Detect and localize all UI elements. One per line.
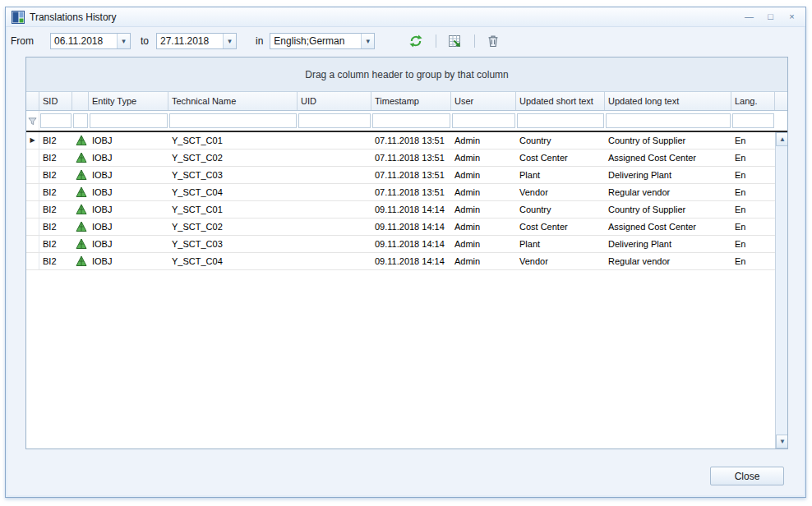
column-header-user[interactable]: User [451,92,516,110]
export-excel-button[interactable] [446,33,463,49]
cell-entity-type[interactable]: IOBJ [89,132,168,149]
cell-lang[interactable]: En [731,184,775,200]
cell-entity-type[interactable]: IOBJ [89,150,168,166]
titlebar[interactable]: Translations History — □ × [6,7,805,27]
vertical-scrollbar[interactable]: ▲ ▼ [775,132,787,448]
cell-timestamp[interactable]: 07.11.2018 13:51 [371,132,451,149]
filter-input-entity-icon[interactable] [73,113,88,128]
cell-updated-long-text[interactable]: Assigned Cost Center [605,218,731,235]
cell-entity-icon[interactable] [72,201,89,218]
cell-entity-icon[interactable] [72,167,89,183]
column-header-sid[interactable]: SID [39,92,72,110]
maximize-button[interactable]: □ [763,11,778,24]
cell-sid[interactable]: BI2 [39,201,72,218]
cell-sid[interactable]: BI2 [39,218,72,235]
cell-entity-type[interactable]: IOBJ [89,218,168,235]
cell-user[interactable]: Admin [451,201,516,218]
filter-input-updated-short-text[interactable] [517,113,604,128]
scroll-down-button[interactable]: ▼ [776,435,788,448]
column-header-entity-icon[interactable] [72,92,89,110]
cell-sid[interactable]: BI2 [39,184,72,200]
cell-sid[interactable]: BI2 [39,236,72,252]
cell-entity-type[interactable]: IOBJ [89,236,168,252]
cell-technical-name[interactable]: Y_SCT_C02 [168,150,298,166]
language-dropdown-button[interactable]: ▾ [361,34,374,48]
cell-uid[interactable] [298,236,371,252]
cell-lang[interactable]: En [731,167,775,183]
filter-input-lang[interactable] [732,113,774,128]
cell-user[interactable]: Admin [451,236,516,252]
cell-timestamp[interactable]: 09.11.2018 14:14 [371,253,451,269]
cell-sid[interactable]: BI2 [39,150,72,166]
column-header-uid[interactable]: UID [298,92,371,110]
cell-timestamp[interactable]: 07.11.2018 13:51 [371,167,451,183]
table-row[interactable]: BI2 IOBJ Y_SCT_C03 09.11.2018 14:14 Admi… [26,236,775,253]
cell-sid[interactable]: BI2 [39,167,72,183]
cell-updated-short-text[interactable]: Country [516,132,605,149]
cell-entity-type[interactable]: IOBJ [89,184,168,200]
cell-lang[interactable]: En [731,218,775,235]
minimize-button[interactable]: — [741,11,757,24]
cell-lang[interactable]: En [731,132,775,149]
cell-user[interactable]: Admin [451,218,516,235]
table-row[interactable]: BI2 IOBJ Y_SCT_C04 07.11.2018 13:51 Admi… [26,184,775,201]
delete-button[interactable] [485,33,501,49]
cell-user[interactable]: Admin [451,253,516,269]
cell-entity-icon[interactable] [72,218,89,235]
column-header-updated-short-text[interactable]: Updated short text [516,92,605,110]
table-row[interactable]: BI2 IOBJ Y_SCT_C01 09.11.2018 14:14 Admi… [26,201,775,218]
cell-uid[interactable] [298,201,371,218]
cell-updated-short-text[interactable]: Cost Center [516,150,605,166]
cell-timestamp[interactable]: 09.11.2018 14:14 [371,201,451,218]
cell-technical-name[interactable]: Y_SCT_C01 [168,132,298,149]
filter-input-uid[interactable] [298,113,371,128]
filter-input-timestamp[interactable] [372,113,450,128]
cell-updated-short-text[interactable]: Vendor [516,184,605,200]
table-row[interactable]: BI2 IOBJ Y_SCT_C02 07.11.2018 13:51 Admi… [26,150,775,167]
cell-timestamp[interactable]: 09.11.2018 14:14 [371,236,451,252]
table-row[interactable]: ▶ BI2 IOBJ Y_SCT_C01 07.11.2018 13:51 Ad… [26,132,775,150]
cell-lang[interactable]: En [731,150,775,166]
cell-sid[interactable]: BI2 [39,253,72,269]
cell-updated-long-text[interactable]: Delivering Plant [605,167,731,183]
cell-lang[interactable]: En [731,236,775,252]
cell-timestamp[interactable]: 09.11.2018 14:14 [371,218,451,235]
cell-updated-short-text[interactable]: Country [516,201,605,218]
cell-technical-name[interactable]: Y_SCT_C04 [168,253,298,269]
cell-user[interactable]: Admin [451,150,516,166]
group-by-panel[interactable]: Drag a column header to group by that co… [26,58,787,92]
cell-uid[interactable] [298,132,371,149]
close-button[interactable]: Close [710,467,784,485]
cell-uid[interactable] [298,253,371,269]
table-row[interactable]: BI2 IOBJ Y_SCT_C03 07.11.2018 13:51 Admi… [26,167,775,184]
cell-updated-long-text[interactable]: Regular vendor [605,184,731,200]
cell-entity-icon[interactable] [72,150,89,166]
cell-technical-name[interactable]: Y_SCT_C02 [168,218,298,235]
cell-uid[interactable] [298,167,371,183]
cell-updated-long-text[interactable]: Country of Supplier [605,132,731,149]
cell-entity-type[interactable]: IOBJ [89,201,168,218]
cell-uid[interactable] [298,150,371,166]
table-row[interactable]: BI2 IOBJ Y_SCT_C02 09.11.2018 14:14 Admi… [26,218,775,236]
cell-entity-icon[interactable] [72,184,89,200]
from-date-input[interactable] [51,34,117,48]
cell-technical-name[interactable]: Y_SCT_C01 [168,201,298,218]
cell-user[interactable]: Admin [451,132,516,149]
cell-entity-icon[interactable] [72,236,89,252]
column-header-timestamp[interactable]: Timestamp [371,92,451,110]
cell-sid[interactable]: BI2 [39,132,72,149]
cell-technical-name[interactable]: Y_SCT_C03 [168,236,298,252]
cell-updated-long-text[interactable]: Country of Supplier [605,201,731,218]
cell-entity-icon[interactable] [72,253,89,269]
cell-updated-long-text[interactable]: Assigned Cost Center [605,150,731,166]
filter-input-entity-type[interactable] [90,113,168,128]
filter-input-updated-long-text[interactable] [606,113,731,128]
cell-entity-type[interactable]: IOBJ [89,167,168,183]
scroll-up-button[interactable]: ▲ [776,132,788,146]
cell-uid[interactable] [298,184,371,200]
column-header-updated-long-text[interactable]: Updated long text [605,92,731,110]
table-row[interactable]: BI2 IOBJ Y_SCT_C04 09.11.2018 14:14 Admi… [26,253,775,270]
cell-updated-long-text[interactable]: Regular vendor [605,253,731,269]
cell-user[interactable]: Admin [451,184,516,200]
cell-timestamp[interactable]: 07.11.2018 13:51 [371,150,451,166]
